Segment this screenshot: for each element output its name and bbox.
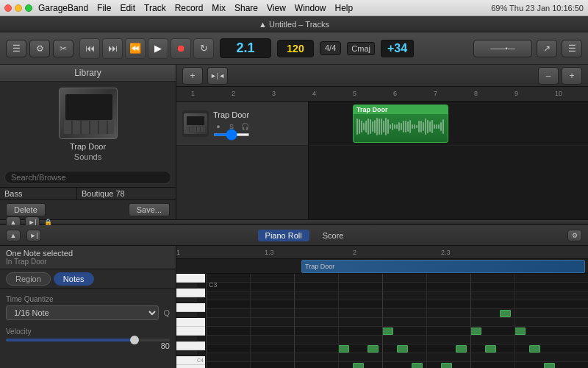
piano-key-c4[interactable]: C4 — [176, 356, 205, 365]
smart-controls-button[interactable]: ☰ — [562, 40, 582, 57]
piano-key-as4[interactable] — [176, 283, 197, 289]
scissors-button[interactable]: ✂ — [53, 40, 74, 57]
menu-right: 69% Thu 23 Jan 10:16:50 — [491, 4, 584, 13]
velocity-slider[interactable] — [6, 339, 170, 342]
piano-key-gs4[interactable] — [176, 297, 197, 303]
note-block[interactable] — [397, 345, 408, 353]
pr-region-tab[interactable]: Region — [6, 272, 51, 286]
record-button[interactable]: ⏺ — [171, 38, 191, 59]
lower-section: ▲ ►| Piano Roll Score ⚙ One Note selecte… — [0, 225, 588, 368]
pr-clip-row: Trap Door — [176, 259, 588, 274]
smart-tempo-button[interactable]: ►|◄ — [207, 67, 228, 85]
piano-key-b3[interactable] — [176, 365, 205, 368]
tempo-display[interactable]: 120 — [277, 40, 314, 57]
share-button[interactable]: ↗ — [537, 40, 557, 57]
tab-piano-roll[interactable]: Piano Roll — [258, 230, 309, 241]
track-ruler: 123456789101112 — [176, 87, 588, 102]
sounds-label: Sounds — [74, 152, 101, 161]
time-signature-display[interactable]: 4/4 — [320, 41, 341, 55]
grid-row — [206, 318, 588, 327]
minimize-button[interactable] — [15, 4, 22, 12]
pr-clip[interactable]: Trap Door — [301, 260, 585, 273]
note-block[interactable] — [441, 363, 452, 368]
piano-key-cs4[interactable] — [176, 350, 197, 356]
pr-back-button[interactable]: ▲ — [6, 230, 21, 241]
wave-bar — [418, 121, 420, 133]
menu-record[interactable]: Record — [175, 3, 204, 13]
piano-key-ds4[interactable] — [176, 336, 197, 342]
velocity-control: Velocity 80 — [6, 328, 170, 350]
menu-share[interactable]: Share — [234, 3, 258, 13]
grid-row — [206, 327, 588, 336]
go-to-start-button[interactable]: ⏪ — [125, 38, 146, 59]
menu-view[interactable]: View — [267, 3, 286, 13]
maximize-button[interactable] — [25, 4, 32, 12]
note-block[interactable] — [544, 363, 555, 368]
piano-key-fs4[interactable] — [176, 312, 197, 318]
note-block[interactable] — [368, 345, 379, 353]
rewind-button[interactable]: ⏮ — [79, 38, 100, 59]
wave-bar — [405, 121, 406, 132]
note-block[interactable] — [514, 328, 526, 335]
pr-btn2[interactable]: ►| — [26, 230, 41, 241]
search-input[interactable] — [4, 171, 171, 184]
note-block[interactable] — [470, 328, 481, 335]
ruler-mark: 2 — [232, 90, 235, 97]
menu-mix[interactable]: Mix — [212, 3, 226, 13]
library-title: Library — [74, 68, 101, 78]
track-clip[interactable]: Trap Door — [353, 105, 448, 143]
menu-garageband[interactable]: GarageBand — [38, 3, 88, 13]
time-quantize-control: Time Quantize 1/16 Note Q — [6, 295, 170, 320]
piano-key-a4[interactable] — [176, 289, 205, 297]
time-quantize-value: 1/16 Note Q — [6, 305, 170, 320]
menu-file[interactable]: File — [97, 3, 111, 13]
track-row-controls: Trap Door ● S 🎧 — [176, 102, 308, 146]
track-volume-slider[interactable] — [213, 133, 250, 136]
time-quantize-select[interactable]: 1/16 Note — [6, 305, 159, 320]
play-button[interactable]: ▶ — [148, 38, 168, 59]
piano-key-f4[interactable] — [176, 318, 205, 327]
ruler-mark: 8 — [474, 90, 478, 97]
wave-bar — [385, 118, 387, 135]
category-item[interactable]: Bass — [0, 188, 76, 199]
save-button[interactable]: Save... — [129, 203, 170, 216]
note-block[interactable] — [500, 310, 511, 317]
section-divider: ▲ ►| 🔒 — [0, 219, 588, 225]
menu-help[interactable]: Help — [335, 3, 354, 13]
piano-key-g4[interactable] — [176, 303, 205, 312]
note-block[interactable] — [382, 328, 393, 335]
delete-button[interactable]: Delete — [6, 203, 46, 216]
subcategory-item[interactable]: Boutique 78 — [77, 188, 176, 199]
note-block[interactable] — [485, 345, 496, 353]
master-volume-button[interactable]: ——▪— — [473, 40, 532, 57]
note-block[interactable] — [353, 363, 364, 368]
wave-bar — [398, 122, 400, 132]
track-add-button[interactable]: + — [182, 67, 203, 85]
zoom-in-button[interactable]: + — [562, 67, 582, 85]
cycle-button[interactable]: ↻ — [193, 38, 214, 59]
note-block[interactable] — [456, 345, 467, 353]
note-block[interactable] — [412, 363, 423, 368]
menu-track[interactable]: Track — [144, 3, 166, 13]
library-toggle-button[interactable]: ☰ — [6, 40, 26, 57]
fast-forward-button[interactable]: ⏭ — [102, 38, 123, 59]
pr-settings-button[interactable]: ⚙ — [567, 230, 582, 241]
menu-window[interactable]: Window — [295, 3, 326, 13]
settings-button[interactable]: ⚙ — [29, 40, 50, 57]
note-block[interactable] — [338, 345, 349, 353]
note-block[interactable] — [529, 345, 540, 353]
library-panel: Library Trap Door Sounds BassDrum KitEle… — [0, 65, 176, 219]
tab-score[interactable]: Score — [315, 230, 351, 241]
timesig-value: 4/4 — [325, 43, 336, 53]
close-button[interactable] — [4, 4, 12, 12]
position-display: 2.1 — [220, 38, 271, 58]
piano-roll-grid[interactable]: C3C2 — [206, 274, 588, 368]
zoom-out-button[interactable]: – — [538, 67, 559, 85]
piano-key-d4[interactable] — [176, 342, 205, 350]
menu-edit[interactable]: Edit — [120, 3, 135, 13]
piano-key-b4[interactable] — [176, 274, 205, 283]
piano-key-e4[interactable] — [176, 327, 205, 336]
vertical-grid-line — [250, 274, 251, 368]
pr-notes-tab[interactable]: Notes — [54, 272, 94, 286]
key-display[interactable]: Cmaj — [347, 42, 375, 55]
